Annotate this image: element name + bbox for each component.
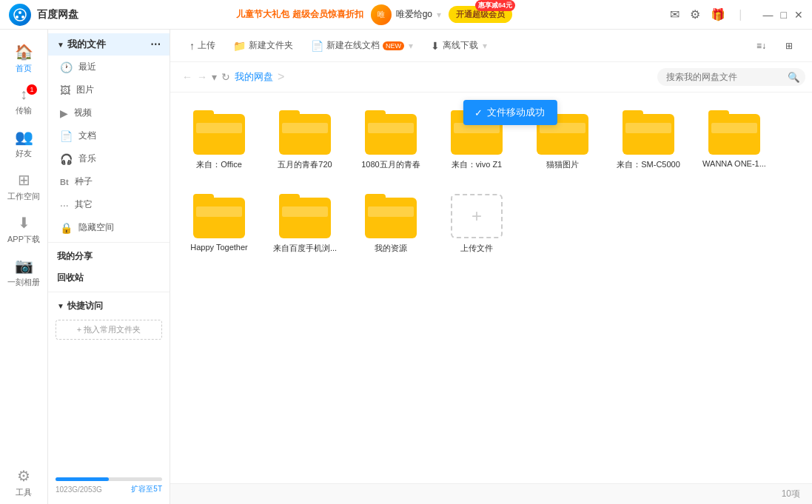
- titlebar-center: 儿童节大礼包 超级会员惊喜折扣 唯 唯爱给go ▾ 开通超级会员 惠享减64元: [236, 4, 512, 25]
- more-icon[interactable]: ⋯: [150, 38, 161, 50]
- sidebar-label-home: 首页: [16, 63, 32, 74]
- file-name-youth720: 五月的青春720: [278, 159, 332, 170]
- music-icon: 🎧: [60, 153, 73, 165]
- file-name-smc5000: 来自：SM-C5000: [617, 159, 680, 170]
- file-grid: ✓ 文件移动成功 来自：Office: [170, 93, 812, 483]
- add-quick-btn[interactable]: + 拖入常用文件夹: [56, 320, 162, 340]
- file-name-cat: 猫猫图片: [546, 159, 579, 170]
- promo-text: 儿童节大礼包 超级会员惊喜折扣: [236, 8, 363, 21]
- collapse-icon: ▼: [57, 41, 64, 49]
- friends-icon: 👥: [15, 128, 33, 146]
- other-icon: ···: [60, 199, 69, 211]
- search-input[interactable]: [657, 68, 805, 86]
- sidebar-music[interactable]: 🎧 音乐: [48, 147, 170, 170]
- file-item-youth720[interactable]: 五月的青春720: [268, 104, 342, 176]
- folder-icon-baidu: [279, 194, 331, 238]
- sidebar-hidden[interactable]: 🔒 隐藏空间: [48, 216, 170, 239]
- file-name-happytogether: Happy Together: [190, 243, 247, 252]
- svg-point-1: [19, 11, 21, 14]
- folder-icon-youth1080: [365, 110, 417, 155]
- back-button[interactable]: ←: [182, 71, 192, 83]
- sidebar-photos[interactable]: 🖼 图片: [48, 78, 170, 101]
- avatar: 唯: [371, 4, 392, 25]
- restore-button[interactable]: □: [781, 9, 787, 21]
- close-button[interactable]: ✕: [794, 9, 803, 21]
- sidebar-item-friends[interactable]: 👥 好友: [0, 122, 47, 165]
- folder-icon-myresource: [365, 194, 417, 238]
- sidebar-item-tools[interactable]: ⚙ 工具: [0, 461, 47, 504]
- sidebar-recent[interactable]: 🕐 最近: [48, 56, 170, 78]
- recent-icon: 🕐: [60, 61, 73, 73]
- doc-icon: 📄: [311, 40, 323, 52]
- file-name-youth1080: 1080五月的青春: [361, 159, 420, 170]
- mail-icon[interactable]: ✉: [670, 7, 680, 21]
- sidebar-label-album: 一刻相册: [7, 277, 40, 288]
- expand-link[interactable]: 扩容至5T: [131, 484, 162, 494]
- file-item-wannaone[interactable]: WANNA ONE-1...: [697, 104, 771, 176]
- file-item-youth1080[interactable]: 1080五月的青春: [354, 104, 428, 176]
- collapse-quick-icon: ▼: [57, 302, 64, 310]
- sidebar-videos[interactable]: ▶ 视频: [48, 101, 170, 124]
- videos-icon: ▶: [60, 107, 68, 119]
- myfiles-header[interactable]: ▼ 我的文件 ⋯: [48, 33, 170, 56]
- new-doc-button[interactable]: 📄 新建在线文档 NEW ▾: [303, 36, 420, 56]
- app-logo: [9, 4, 31, 26]
- file-item-upload[interactable]: + 上传文件: [440, 188, 514, 260]
- gift-icon[interactable]: 🎁: [711, 7, 725, 21]
- file-item-happytogether[interactable]: Happy Together: [182, 188, 256, 260]
- user-area: 唯 唯爱给go ▾: [371, 4, 441, 25]
- breadcrumb-root[interactable]: 我的网盘: [235, 70, 273, 84]
- new-badge: NEW: [383, 41, 404, 50]
- search-button[interactable]: 🔍: [788, 72, 800, 83]
- sidebar-item-album[interactable]: 📷 一刻相册: [0, 251, 47, 294]
- settings-icon[interactable]: ⚙: [690, 7, 700, 21]
- titlebar: 百度网盘 儿童节大礼包 超级会员惊喜折扣 唯 唯爱给go ▾ 开通超级会员 惠享…: [0, 0, 812, 30]
- file-name-baidu: 来自百度手机浏...: [273, 243, 337, 254]
- upload-button[interactable]: ↑ 上传: [182, 36, 223, 56]
- docs-icon: 📄: [60, 130, 73, 142]
- file-name-myresource: 我的资源: [375, 243, 407, 254]
- toolbar-right: ≡↓ ⊞: [749, 37, 800, 55]
- file-item-myresource[interactable]: 我的资源: [354, 188, 428, 260]
- sidebar-item-transfer[interactable]: ↕ 传输 1: [0, 80, 47, 122]
- vip-button[interactable]: 开通超级会员 惠享减64元: [449, 6, 512, 23]
- storage-progress-fill: [56, 477, 109, 481]
- sidebar-torrent[interactable]: Bt 种子: [48, 170, 170, 193]
- file-item-smc5000[interactable]: 来自：SM-C5000: [611, 104, 685, 176]
- storage-usage: 1023G/2053G: [56, 485, 102, 494]
- file-item-office[interactable]: 来自：Office: [182, 104, 256, 176]
- refresh-button[interactable]: ↻: [221, 71, 230, 83]
- recycle-item[interactable]: 回收站: [48, 267, 170, 289]
- sort-button[interactable]: ≡↓: [749, 37, 774, 55]
- tools-icon: ⚙: [17, 467, 30, 485]
- breadcrumb-bar: ← → ▾ ↻ 我的网盘 > 🔍: [170, 62, 812, 93]
- view-toggle-button[interactable]: ⊞: [778, 37, 800, 55]
- sort-icon: ≡↓: [756, 41, 766, 51]
- sidebar-other[interactable]: ··· 其它: [48, 193, 170, 216]
- file-item-baidu[interactable]: 来自百度手机浏...: [268, 188, 342, 260]
- sidebar-item-appdownload[interactable]: ⬇ APP下载: [0, 208, 47, 251]
- file-name-vivoz1: 来自：vivo Z1: [452, 159, 502, 170]
- app-title: 百度网盘: [37, 8, 78, 21]
- storage-bar: 1023G/2053G 扩容至5T: [48, 471, 170, 500]
- sidebar-label-friends: 好友: [16, 148, 32, 159]
- minimize-button[interactable]: —: [763, 9, 774, 21]
- svg-point-0: [14, 9, 26, 21]
- file-name-upload: 上传文件: [460, 243, 493, 254]
- sidebar-label-workspace: 工作空间: [7, 191, 40, 202]
- status-bar: 10项: [170, 483, 812, 504]
- new-folder-button[interactable]: 📁 新建文件夹: [226, 36, 301, 56]
- sidebar-item-workspace[interactable]: ⊞ 工作空间: [0, 165, 47, 208]
- offline-download-button[interactable]: ⬇ 离线下载 ▾: [423, 36, 494, 56]
- dropdown-nav-button[interactable]: ▾: [212, 71, 217, 83]
- sidebar-item-home[interactable]: 🏠 首页: [0, 37, 47, 80]
- folder-icon-office: [193, 110, 245, 155]
- storage-text: 1023G/2053G 扩容至5T: [56, 484, 162, 494]
- vip-badge: 惠享减64元: [475, 0, 515, 11]
- quick-access[interactable]: ▼ 快捷访问: [48, 295, 170, 317]
- forward-button[interactable]: →: [197, 71, 207, 83]
- sidebar-docs[interactable]: 📄 文档: [48, 124, 170, 147]
- storage-progress: [56, 477, 162, 481]
- dropdown-arrow: ▾: [409, 41, 413, 51]
- myshare-item[interactable]: 我的分享: [48, 246, 170, 267]
